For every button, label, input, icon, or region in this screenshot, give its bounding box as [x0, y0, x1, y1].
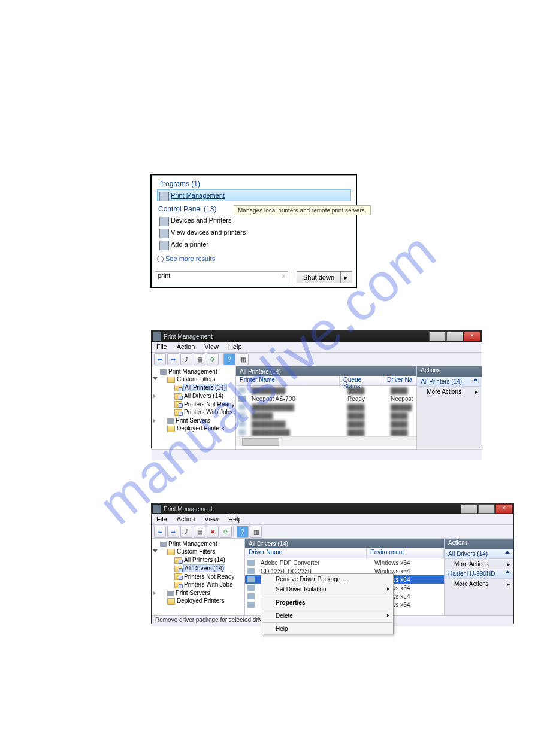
- minimize-button[interactable]: [461, 504, 477, 514]
- grid-header[interactable]: Printer Name Queue Status Driver Na: [236, 376, 416, 386]
- toolbar: ⬅ ➡ ⤴ ▤ ⟳ ? ▥: [152, 353, 482, 366]
- window-titlebar[interactable]: Print Management ×: [152, 331, 482, 342]
- table-row[interactable]: Neopost AS-700ReadyNeopost: [236, 394, 416, 403]
- ctx-remove-driver-package[interactable]: Remove Driver Package…: [261, 574, 393, 584]
- printer-add-icon: [159, 241, 169, 250]
- forward-button[interactable]: ➡: [167, 526, 179, 538]
- back-button[interactable]: ⬅: [154, 526, 166, 538]
- table-row[interactable]: ████████████████: [236, 420, 416, 428]
- tree-filter-all-drivers[interactable]: All Drivers (14): [152, 564, 244, 573]
- actions-more-actions-2[interactable]: More Actions▸: [445, 579, 513, 589]
- tree-filter-not-ready[interactable]: Printers Not Ready: [152, 400, 235, 409]
- col-printer-name[interactable]: Printer Name: [236, 376, 340, 385]
- tree-deployed-printers[interactable]: Deployed Printers: [152, 424, 235, 433]
- show-hide-tree-button[interactable]: ▤: [194, 353, 205, 365]
- menu-file[interactable]: File: [152, 514, 172, 524]
- result-print-management[interactable]: Print Management: [157, 189, 351, 201]
- col-environment[interactable]: Environment: [367, 548, 444, 558]
- window-title: Print Management: [164, 333, 213, 340]
- up-button[interactable]: ⤴: [180, 526, 192, 538]
- maximize-button[interactable]: [446, 332, 463, 341]
- table-row[interactable]: █████████████████: [236, 428, 416, 436]
- ctx-properties[interactable]: Properties: [261, 597, 393, 608]
- table-row[interactable]: ████████████████: [236, 386, 416, 394]
- maximize-button[interactable]: [478, 504, 495, 514]
- menu-action[interactable]: Action: [172, 342, 200, 352]
- close-button[interactable]: ×: [495, 504, 512, 514]
- menu-help[interactable]: Help: [223, 342, 247, 352]
- col-queue-status[interactable]: Queue Status: [340, 376, 383, 385]
- up-button[interactable]: ⤴: [180, 353, 192, 365]
- menu-file[interactable]: File: [152, 342, 172, 352]
- tree-print-servers[interactable]: Print Servers: [152, 589, 244, 597]
- navigation-tree[interactable]: Print Management Custom Filters All Prin…: [152, 366, 236, 449]
- table-row[interactable]: Adobe PDF ConverterWindows x64: [245, 558, 444, 567]
- view-button[interactable]: ▥: [237, 353, 249, 365]
- tree-custom-filters[interactable]: Custom Filters: [152, 375, 235, 384]
- menu-help[interactable]: Help: [223, 514, 247, 524]
- shutdown-options-button[interactable]: ▸: [340, 271, 352, 283]
- actions-more-actions-1[interactable]: More Actions▸: [445, 559, 513, 569]
- tree-filter-all-printers[interactable]: All Printers (14): [152, 556, 244, 564]
- view-button[interactable]: ▥: [250, 526, 262, 538]
- tree-custom-filters[interactable]: Custom Filters: [152, 548, 244, 556]
- actions-category[interactable]: All Printers (14): [417, 377, 482, 387]
- folder-icon: [167, 549, 175, 555]
- menu-bar[interactable]: File Action View Help: [152, 514, 513, 525]
- window-titlebar[interactable]: Print Management ×: [152, 503, 513, 514]
- tree-filter-with-jobs[interactable]: Printers With Jobs: [152, 581, 244, 589]
- result-link[interactable]: Print Management: [171, 192, 225, 199]
- delete-button[interactable]: ✕: [207, 526, 219, 538]
- refresh-button[interactable]: ⟳: [207, 353, 219, 365]
- printers-grid[interactable]: Printer Name Queue Status Driver Na ████…: [236, 376, 416, 449]
- menu-view[interactable]: View: [200, 514, 223, 524]
- navigation-tree[interactable]: Print Management Custom Filters All Prin…: [152, 539, 245, 615]
- horizontal-scrollbar[interactable]: [236, 436, 416, 446]
- tree-root[interactable]: Print Management: [152, 368, 235, 375]
- ctx-help[interactable]: Help: [261, 624, 393, 634]
- cp-item-add-printer[interactable]: Add a printer: [157, 238, 351, 250]
- menu-bar[interactable]: File Action View Help: [152, 342, 482, 353]
- search-input[interactable]: print ×: [155, 271, 288, 283]
- cp-item-devices-and-printers[interactable]: Devices and Printers: [157, 214, 351, 226]
- cp-item-view-devices[interactable]: View devices and printers: [157, 226, 351, 238]
- col-driver-name[interactable]: Driver Name: [245, 548, 367, 558]
- tree-filter-all-printers[interactable]: All Printers (14): [152, 384, 235, 392]
- collapse-icon: [505, 551, 510, 554]
- ctx-set-driver-isolation[interactable]: Set Driver Isolation: [261, 584, 393, 594]
- show-hide-tree-button[interactable]: ▤: [194, 526, 205, 538]
- menu-view[interactable]: View: [200, 342, 223, 352]
- table-row[interactable]: ███████████████████: [236, 403, 416, 411]
- shutdown-button[interactable]: Shut down: [297, 271, 340, 283]
- menu-action[interactable]: Action: [172, 514, 200, 524]
- driver-context-menu[interactable]: Remove Driver Package… Set Driver Isolat…: [261, 573, 394, 634]
- actions-category-all-drivers[interactable]: All Drivers (14): [445, 549, 513, 559]
- clear-search-icon[interactable]: ×: [282, 273, 285, 280]
- app-icon: [153, 332, 161, 341]
- help-button[interactable]: ?: [223, 353, 235, 365]
- actions-header: Actions: [445, 539, 513, 549]
- tree-deployed-printers[interactable]: Deployed Printers: [152, 597, 244, 605]
- tree-print-servers[interactable]: Print Servers: [152, 417, 235, 424]
- tree-root[interactable]: Print Management: [152, 540, 244, 548]
- minimize-button[interactable]: [429, 332, 446, 341]
- tree-filter-all-drivers[interactable]: All Drivers (14): [152, 392, 235, 400]
- actions-more-actions[interactable]: More Actions▸: [417, 387, 482, 397]
- tree-filter-not-ready[interactable]: Printers Not Ready: [152, 573, 244, 581]
- actions-category-selected-driver[interactable]: Hasler HJ-990HD: [445, 569, 513, 579]
- grid-header[interactable]: Driver Name Environment: [245, 548, 444, 558]
- col-driver-name[interactable]: Driver Na: [383, 376, 416, 385]
- close-button[interactable]: ×: [464, 332, 480, 341]
- see-more-results-link[interactable]: See more results: [152, 250, 356, 265]
- forward-button[interactable]: ➡: [167, 353, 179, 365]
- back-button[interactable]: ⬅: [154, 353, 166, 365]
- submenu-arrow-icon: ▸: [475, 388, 478, 395]
- refresh-button[interactable]: ⟳: [220, 526, 232, 538]
- tree-filter-with-jobs[interactable]: Printers With Jobs: [152, 408, 235, 417]
- table-row[interactable]: █████████████: [236, 411, 416, 420]
- help-button[interactable]: ?: [237, 526, 249, 538]
- search-input-value: print: [158, 272, 170, 279]
- ctx-delete[interactable]: Delete: [261, 611, 393, 621]
- folder-icon: [167, 377, 175, 383]
- filter-folder-icon: [174, 385, 182, 391]
